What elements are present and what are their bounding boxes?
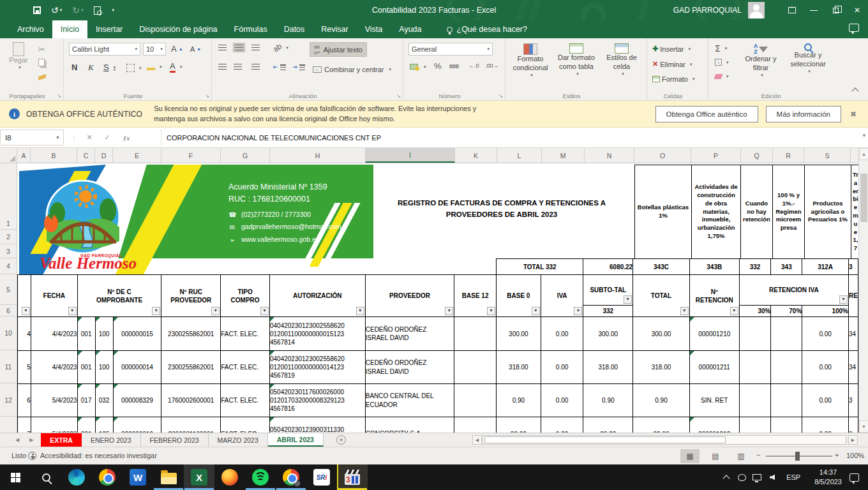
close-button[interactable]: ✕	[846, 0, 868, 20]
header-base0[interactable]: BASE 0▼	[497, 275, 541, 317]
number-dialog-launcher[interactable]: ↘	[498, 93, 503, 99]
col-header-o[interactable]: O	[634, 148, 691, 163]
zoom-level[interactable]: 100%	[846, 452, 864, 459]
increase-decimal-icon[interactable]: ←.0	[468, 63, 479, 69]
header-fecha[interactable]: FECHA▼	[31, 275, 77, 317]
tray-expand-icon[interactable]	[719, 473, 734, 481]
header-autorizacion[interactable]: AUTORIZACIÓN▼	[269, 275, 365, 317]
scroll-left-icon[interactable]: ◀	[472, 435, 482, 445]
header-comprobante[interactable]: Nº DE C OMPROBANTE▼	[77, 275, 161, 317]
increase-indent-icon[interactable]: ⇥	[292, 64, 305, 70]
col-header-p[interactable]: P	[691, 148, 741, 163]
network-icon[interactable]	[749, 474, 765, 480]
col-header-e[interactable]: E	[113, 148, 161, 163]
filter-icon[interactable]: ▼	[532, 307, 540, 315]
tab-ayuda[interactable]: Ayuda	[391, 20, 430, 38]
code-343c-cell[interactable]: 343C	[633, 259, 690, 275]
name-box[interactable]: I8 ▼	[0, 130, 64, 145]
filter-icon[interactable]: ▼	[839, 295, 848, 304]
code-312a-cell[interactable]: 312A	[802, 259, 849, 275]
header-num-retencion[interactable]: Nº RETENCION▼	[689, 275, 739, 317]
taskbar-media-player[interactable]: 3	[337, 464, 368, 490]
cell-styles-button[interactable]: Estilos de celda▾	[601, 43, 642, 77]
view-page-layout-icon[interactable]: ▤	[706, 449, 725, 463]
fill-color-icon[interactable]: ▾	[147, 64, 162, 70]
worksheet-grid[interactable]: 1 2 3 4 5 6 10 11 12	[0, 163, 858, 433]
zoom-slider-thumb[interactable]	[795, 452, 800, 461]
taskbar-file-explorer[interactable]	[153, 464, 184, 490]
retencion-col-sin-retencion[interactable]: Cuando no hay retención	[740, 165, 773, 259]
filter-icon[interactable]: ▼	[68, 307, 77, 315]
row-header-10[interactable]: 10	[0, 316, 17, 350]
format-as-table-button[interactable]: Dar formato como tabla▾	[554, 43, 599, 77]
customize-qat-icon[interactable]: ▾	[111, 8, 115, 13]
autosum-icon[interactable]: Σ▾	[715, 43, 727, 54]
col-header-k[interactable]: K	[455, 148, 497, 163]
taskbar-edge[interactable]	[61, 464, 92, 490]
expand-formula-bar-icon[interactable]: ▼	[862, 133, 867, 138]
col-header-n[interactable]: N	[585, 148, 634, 163]
sheet-tab-extra[interactable]: EXTRA	[41, 433, 82, 447]
view-page-break-icon[interactable]: ▥	[731, 449, 751, 463]
filter-icon[interactable]: ▼	[574, 307, 582, 315]
filter-icon[interactable]: ▼	[624, 295, 632, 304]
header-tipo[interactable]: TIPO COMPRO▼	[221, 275, 270, 317]
col-header-h[interactable]: H	[270, 148, 366, 163]
italic-button[interactable]: K	[88, 63, 94, 73]
header-total[interactable]: TOTAL▼	[633, 275, 690, 317]
subheader-30[interactable]: 30%	[739, 306, 771, 317]
row-header-11[interactable]: 11	[0, 350, 17, 383]
tab-formulas[interactable]: Fórmulas	[226, 20, 276, 38]
code-clipped-cell[interactable]: 3	[848, 259, 858, 275]
header-ruc[interactable]: Nº RUC PROVEEDOR▼	[161, 275, 221, 317]
language-indicator[interactable]: ESP	[786, 473, 800, 481]
filter-icon[interactable]: ▼	[680, 307, 689, 315]
formula-content[interactable]: CORPORACION NACIONAL DE TELECOMUNICACION…	[167, 130, 381, 145]
font-size-select[interactable]: 10▾	[143, 43, 166, 56]
taskbar-clock[interactable]: 14:37 8/5/2023	[814, 468, 842, 487]
percent-icon[interactable]: %	[434, 61, 442, 71]
header-t-clipped[interactable]: RE	[848, 275, 858, 317]
next-sheet-icon[interactable]: ▶	[29, 437, 33, 443]
confirm-entry-icon[interactable]: ✓	[100, 130, 115, 145]
alignment-dialog-launcher[interactable]: ↘	[396, 93, 401, 99]
filter-icon[interactable]: ▼	[260, 307, 269, 315]
taskbar-search-button[interactable]	[31, 464, 61, 490]
col-header-a[interactable]: A	[17, 148, 31, 163]
tab-vista[interactable]: Vista	[357, 20, 391, 38]
minimize-button[interactable]: —	[803, 0, 825, 20]
subheader-100[interactable]: 100%	[802, 306, 849, 317]
tab-revisar[interactable]: Revisar	[313, 20, 356, 38]
sheet-tab-enero[interactable]: ENERO 2023	[82, 433, 141, 447]
col-header-i-selected[interactable]: I	[366, 148, 455, 163]
decrease-decimal-icon[interactable]: .00→	[485, 63, 499, 69]
header-iva[interactable]: IVA▼	[541, 275, 583, 317]
header-a-filter[interactable]: ▼	[18, 275, 31, 317]
taskbar-word[interactable]: W	[123, 464, 153, 490]
filter-icon[interactable]: ▼	[445, 307, 453, 315]
insert-cells-button[interactable]: ✚Insertar▾	[652, 45, 691, 53]
accessibility-status[interactable]: Accesibilidad: es necesario investigar	[40, 452, 157, 459]
ribbon-display-options-icon[interactable]	[781, 0, 803, 20]
filter-icon[interactable]: ▼	[487, 307, 495, 315]
align-top-icon[interactable]	[218, 45, 227, 50]
sheet-tab-abril-active[interactable]: ABRIL 2023	[268, 433, 324, 447]
insert-function-icon[interactable]: ƒx	[119, 130, 134, 145]
account-name[interactable]: GAD PARROQUIAL	[673, 6, 742, 15]
more-info-button[interactable]: Más información	[766, 106, 841, 122]
tab-insertar[interactable]: Insertar	[87, 20, 131, 38]
conditional-formatting-button[interactable]: Formato condicional▾	[509, 43, 551, 78]
col-header-t-clipped[interactable]	[851, 148, 858, 163]
retencion-col-botellas[interactable]: Botellas plásticas 1%	[634, 165, 692, 259]
merge-center-button[interactable]: ↔ Combinar y centrar ▾	[310, 63, 394, 76]
col-header-l[interactable]: L	[497, 148, 542, 163]
retencion-col-microempresa[interactable]: 100 % y 1%.- Regimen microempresa	[772, 165, 805, 259]
row-header-6[interactable]: 6	[0, 305, 17, 316]
filter-icon[interactable]: ▼	[211, 307, 220, 315]
row-header-5[interactable]: 5	[0, 274, 17, 305]
col-header-g[interactable]: G	[221, 148, 270, 163]
clipboard-dialog-launcher[interactable]: ↘	[57, 93, 61, 99]
subheader-70[interactable]: 70%	[771, 306, 802, 317]
col-header-c[interactable]: C	[77, 148, 95, 163]
row-header-12[interactable]: 12	[0, 383, 17, 417]
